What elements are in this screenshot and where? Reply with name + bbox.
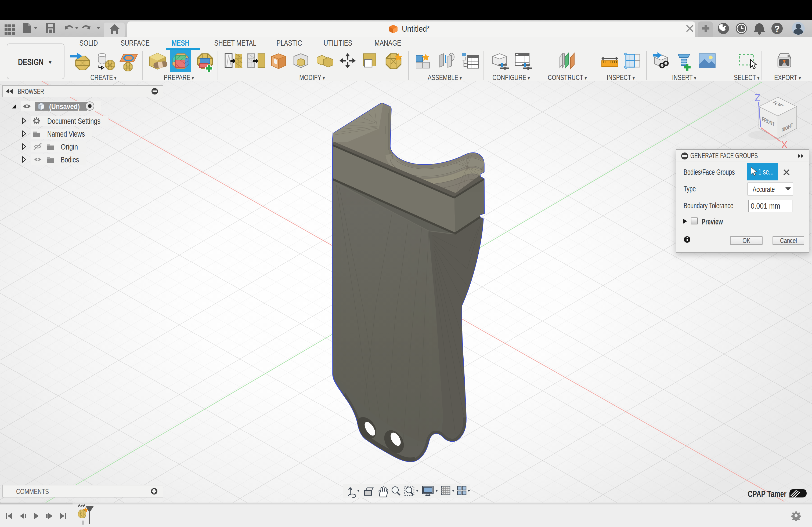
svg-text:Bodies: Bodies [61,156,79,164]
svg-text:X: X [781,139,787,150]
svg-text:BROWSER: BROWSER [18,87,44,96]
svg-text:Named Views: Named Views [47,130,85,138]
svg-text:Origin: Origin [61,143,78,151]
svg-text:Document Settings: Document Settings [47,117,100,126]
svg-text:Z: Z [755,92,760,103]
svg-text:COMMENTS: COMMENTS [16,487,49,496]
svg-text:(Unsaved): (Unsaved) [49,102,80,111]
